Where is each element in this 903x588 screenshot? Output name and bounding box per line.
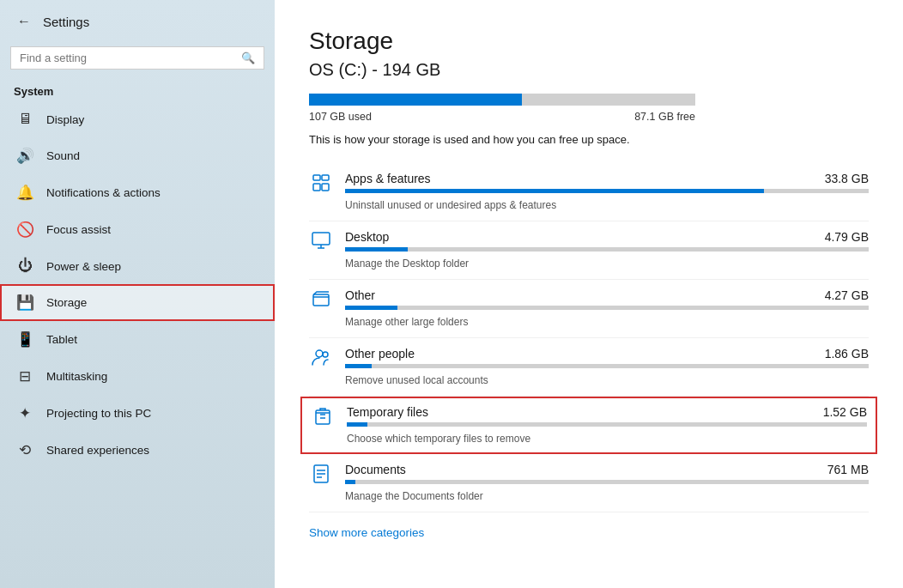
- storage-item-documents[interactable]: Documents 761 MB Manage the Documents fo…: [309, 454, 869, 512]
- storage-item-desktop[interactable]: Desktop 4.79 GB Manage the Desktop folde…: [309, 221, 869, 280]
- storage-icon: 💾: [15, 294, 34, 312]
- storage-bar-container: [309, 94, 869, 106]
- svg-rect-1: [322, 175, 329, 180]
- other-people-name: Other people: [345, 347, 415, 361]
- sidebar-item-label-storage: Storage: [46, 296, 87, 309]
- sidebar-item-label-shared-experiences: Shared experiences: [46, 444, 149, 457]
- apps-features-desc: Uninstall unused or undesired apps & fea…: [345, 199, 556, 211]
- sidebar: ← Settings 🔍 System 🖥 Display 🔊 Sound 🔔 …: [0, 0, 275, 588]
- apps-features-content: Apps & features 33.8 GB Uninstall unused…: [345, 172, 869, 212]
- page-title: Storage: [309, 27, 869, 55]
- desktop-bar: [345, 247, 869, 252]
- storage-item-other-people[interactable]: Other people 1.86 GB Remove unused local…: [309, 338, 869, 397]
- documents-bar: [345, 480, 869, 484]
- temp-files-bar-fill: [347, 422, 367, 427]
- sidebar-item-label-focus-assist: Focus assist: [46, 223, 111, 236]
- display-icon: 🖥: [15, 111, 34, 128]
- temp-files-desc: Choose which temporary files to remove: [347, 433, 530, 445]
- sidebar-item-display[interactable]: 🖥 Display: [0, 101, 275, 137]
- svg-rect-0: [313, 175, 320, 180]
- sidebar-item-label-power-sleep: Power & sleep: [46, 260, 121, 273]
- desktop-desc: Manage the Desktop folder: [345, 258, 469, 270]
- tablet-icon: 📱: [15, 330, 34, 349]
- search-box: 🔍: [10, 46, 264, 70]
- documents-size: 761 MB: [827, 463, 869, 476]
- temp-files-size: 1.52 GB: [823, 405, 867, 419]
- nav-list: 🖥 Display 🔊 Sound 🔔 Notifications & acti…: [0, 101, 275, 469]
- main-content: Storage OS (C:) - 194 GB 107 GB used 87.…: [275, 0, 903, 588]
- other-people-bar: [345, 364, 869, 368]
- other-people-desc: Remove unused local accounts: [345, 374, 488, 386]
- temp-files-bar: [347, 422, 867, 427]
- storage-description: This is how your storage is used and how…: [309, 133, 869, 146]
- storage-bar: [309, 94, 695, 106]
- sidebar-item-power-sleep[interactable]: ⏻ Power & sleep: [0, 248, 275, 284]
- sidebar-item-label-multitasking: Multitasking: [46, 370, 107, 383]
- apps-features-size: 33.8 GB: [825, 172, 869, 185]
- sidebar-item-label-sound: Sound: [46, 149, 80, 162]
- other-size: 4.27 GB: [825, 288, 869, 302]
- other-people-icon: [309, 349, 333, 370]
- other-name: Other: [345, 288, 375, 302]
- svg-point-8: [316, 350, 323, 357]
- svg-point-9: [323, 352, 328, 357]
- apps-features-name: Apps & features: [345, 172, 431, 185]
- sidebar-item-multitasking[interactable]: ⊟ Multitasking: [0, 358, 275, 395]
- show-more-link[interactable]: Show more categories: [309, 526, 424, 539]
- other-desc: Manage other large folders: [345, 316, 468, 328]
- other-icon: [309, 290, 333, 312]
- svg-rect-2: [313, 184, 320, 191]
- back-button[interactable]: ←: [14, 10, 34, 33]
- storage-bar-fill: [309, 94, 522, 106]
- storage-item-temp-files[interactable]: Temporary files 1.52 GB Choose which tem…: [300, 397, 877, 454]
- focus-assist-icon: 🚫: [15, 221, 34, 239]
- sidebar-item-label-tablet: Tablet: [46, 333, 77, 346]
- storage-items-list: Apps & features 33.8 GB Uninstall unused…: [309, 163, 869, 512]
- sidebar-header: ← Settings: [0, 0, 275, 43]
- sidebar-item-sound[interactable]: 🔊 Sound: [0, 137, 275, 174]
- power-sleep-icon: ⏻: [15, 258, 34, 275]
- svg-rect-3: [322, 184, 329, 191]
- other-content: Other 4.27 GB Manage other large folders: [345, 288, 869, 329]
- svg-rect-4: [312, 233, 330, 245]
- shared-experiences-icon: ⟲: [15, 441, 34, 459]
- desktop-icon: [309, 232, 333, 253]
- storage-item-other[interactable]: Other 4.27 GB Manage other large folders: [309, 280, 869, 338]
- storage-labels: 107 GB used 87.1 GB free: [309, 111, 695, 123]
- search-input[interactable]: [20, 52, 234, 64]
- documents-bar-fill: [345, 480, 355, 484]
- other-bar: [345, 306, 869, 310]
- apps-features-icon: [309, 173, 333, 197]
- desktop-name: Desktop: [345, 230, 389, 244]
- other-people-content: Other people 1.86 GB Remove unused local…: [345, 347, 869, 387]
- projecting-icon: ✦: [15, 404, 34, 422]
- sidebar-item-shared-experiences[interactable]: ⟲ Shared experiences: [0, 432, 275, 469]
- sidebar-item-projecting[interactable]: ✦ Projecting to this PC: [0, 395, 275, 432]
- documents-desc: Manage the Documents folder: [345, 490, 483, 502]
- other-people-bar-fill: [345, 364, 372, 368]
- desktop-content: Desktop 4.79 GB Manage the Desktop folde…: [345, 230, 869, 270]
- temp-files-icon: [311, 407, 335, 430]
- sidebar-item-label-notifications: Notifications & actions: [46, 186, 161, 199]
- apps-features-bar: [345, 189, 869, 193]
- apps-features-bar-fill: [345, 189, 764, 193]
- sidebar-item-label-display: Display: [46, 113, 84, 126]
- back-icon: ←: [17, 14, 31, 29]
- sidebar-item-storage[interactable]: 💾 Storage: [0, 284, 275, 321]
- drive-title: OS (C:) - 194 GB: [309, 60, 869, 80]
- sidebar-item-label-projecting: Projecting to this PC: [46, 407, 151, 420]
- sidebar-item-tablet[interactable]: 📱 Tablet: [0, 321, 275, 358]
- storage-item-apps-features[interactable]: Apps & features 33.8 GB Uninstall unused…: [309, 163, 869, 221]
- other-people-size: 1.86 GB: [825, 347, 869, 361]
- documents-name: Documents: [345, 463, 406, 476]
- temp-files-content: Temporary files 1.52 GB Choose which tem…: [347, 405, 867, 446]
- sidebar-item-focus-assist[interactable]: 🚫 Focus assist: [0, 211, 275, 248]
- notifications-icon: 🔔: [15, 184, 34, 202]
- desktop-size: 4.79 GB: [825, 230, 869, 244]
- search-icon: 🔍: [241, 52, 255, 64]
- documents-icon: [309, 464, 333, 488]
- multitasking-icon: ⊟: [15, 367, 34, 385]
- storage-free-label: 87.1 GB free: [634, 111, 695, 123]
- documents-content: Documents 761 MB Manage the Documents fo…: [345, 463, 869, 503]
- sidebar-item-notifications[interactable]: 🔔 Notifications & actions: [0, 174, 275, 211]
